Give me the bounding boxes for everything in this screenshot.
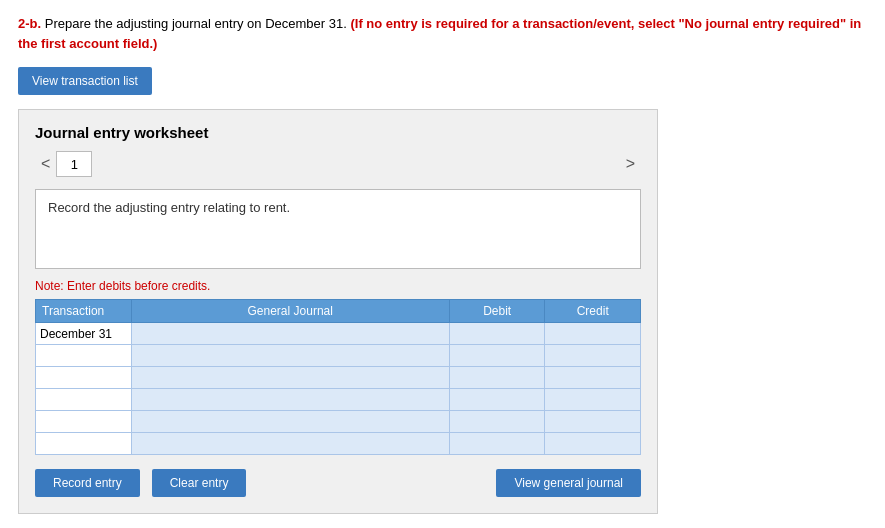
- debit-cell[interactable]: [449, 367, 545, 389]
- general-journal-input[interactable]: [136, 327, 445, 341]
- debit-input[interactable]: [454, 327, 541, 341]
- part-label: 2-b.: [18, 16, 41, 31]
- table-row: [36, 345, 641, 367]
- col-header-credit: Credit: [545, 300, 641, 323]
- debit-input[interactable]: [454, 349, 541, 363]
- debit-cell[interactable]: [449, 411, 545, 433]
- page-navigation: < 1 >: [35, 151, 641, 177]
- note-text: Note: Enter debits before credits.: [35, 279, 641, 293]
- credit-input[interactable]: [549, 327, 636, 341]
- debit-input[interactable]: [454, 437, 541, 451]
- nav-right-arrow[interactable]: >: [620, 153, 641, 175]
- debit-input[interactable]: [454, 393, 541, 407]
- general-journal-input[interactable]: [136, 415, 445, 429]
- table-row: [36, 433, 641, 455]
- col-header-transaction: Transaction: [36, 300, 132, 323]
- credit-cell[interactable]: [545, 411, 641, 433]
- transaction-cell: [36, 411, 132, 433]
- debit-cell[interactable]: [449, 323, 545, 345]
- debit-input[interactable]: [454, 371, 541, 385]
- transaction-cell: [36, 345, 132, 367]
- general-journal-cell[interactable]: [131, 323, 449, 345]
- worksheet-title: Journal entry worksheet: [35, 124, 641, 141]
- general-journal-cell[interactable]: [131, 411, 449, 433]
- table-row: [36, 389, 641, 411]
- general-journal-input[interactable]: [136, 437, 445, 451]
- credit-cell[interactable]: [545, 389, 641, 411]
- col-header-general-journal: General Journal: [131, 300, 449, 323]
- journal-table: Transaction General Journal Debit Credit…: [35, 299, 641, 455]
- credit-input[interactable]: [549, 437, 636, 451]
- table-row: [36, 411, 641, 433]
- clear-entry-button[interactable]: Clear entry: [152, 469, 247, 497]
- general-journal-cell[interactable]: [131, 345, 449, 367]
- debit-cell[interactable]: [449, 389, 545, 411]
- credit-input[interactable]: [549, 393, 636, 407]
- instructions: 2-b. Prepare the adjusting journal entry…: [18, 14, 867, 53]
- credit-input[interactable]: [549, 349, 636, 363]
- record-entry-button[interactable]: Record entry: [35, 469, 140, 497]
- general-journal-input[interactable]: [136, 393, 445, 407]
- description-box: Record the adjusting entry relating to r…: [35, 189, 641, 269]
- table-row: [36, 367, 641, 389]
- credit-cell[interactable]: [545, 323, 641, 345]
- journal-entry-worksheet: Journal entry worksheet < 1 > Record the…: [18, 109, 658, 514]
- general-journal-cell[interactable]: [131, 433, 449, 455]
- credit-input[interactable]: [549, 415, 636, 429]
- main-text: Prepare the adjusting journal entry on D…: [45, 16, 347, 31]
- transaction-cell: December 31: [36, 323, 132, 345]
- debit-cell[interactable]: [449, 433, 545, 455]
- general-journal-input[interactable]: [136, 371, 445, 385]
- table-row: December 31: [36, 323, 641, 345]
- credit-cell[interactable]: [545, 367, 641, 389]
- action-buttons-row: Record entry Clear entry View general jo…: [35, 469, 641, 497]
- general-journal-input[interactable]: [136, 349, 445, 363]
- credit-cell[interactable]: [545, 433, 641, 455]
- col-header-debit: Debit: [449, 300, 545, 323]
- transaction-cell: [36, 367, 132, 389]
- nav-left-arrow[interactable]: <: [35, 153, 56, 175]
- credit-input[interactable]: [549, 371, 636, 385]
- credit-cell[interactable]: [545, 345, 641, 367]
- page-number-box: 1: [56, 151, 92, 177]
- debit-cell[interactable]: [449, 345, 545, 367]
- general-journal-cell[interactable]: [131, 389, 449, 411]
- view-transaction-button[interactable]: View transaction list: [18, 67, 152, 95]
- debit-input[interactable]: [454, 415, 541, 429]
- general-journal-cell[interactable]: [131, 367, 449, 389]
- view-general-journal-button[interactable]: View general journal: [496, 469, 641, 497]
- transaction-cell: [36, 389, 132, 411]
- transaction-cell: [36, 433, 132, 455]
